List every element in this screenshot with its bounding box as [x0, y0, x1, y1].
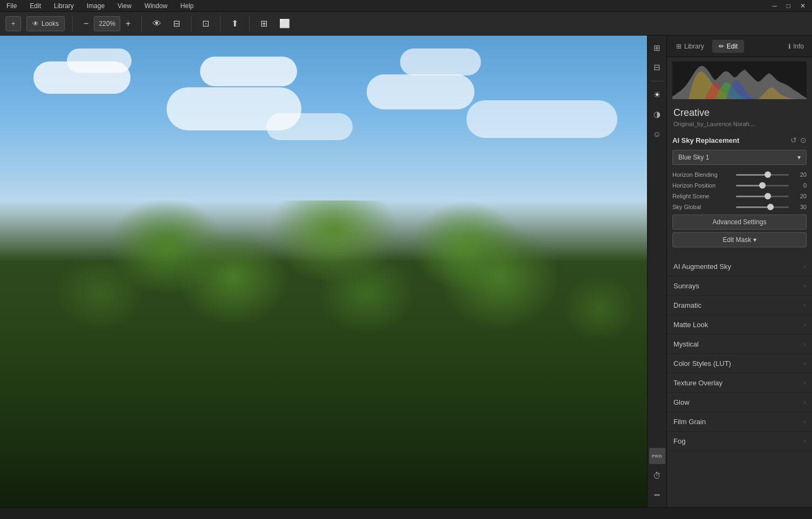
- sky-global-fill: [736, 206, 770, 208]
- toolbar: + 👁 Looks − 220% + 👁 ⊟ ⊡ ⬆ ⊞ ⬜: [0, 12, 812, 36]
- main-content: ⊞ ⊟ ☀ ◑ ☺ PRO ⏱ ••• ⊞ Library ✏ Edit ℹ I…: [0, 36, 812, 507]
- window-close[interactable]: ✕: [798, 1, 808, 11]
- menu-library[interactable]: Library: [52, 1, 76, 11]
- color-wheel-icon[interactable]: ◑: [649, 106, 665, 122]
- fog-arrow: ›: [804, 438, 806, 444]
- sun-icon[interactable]: ☀: [649, 87, 665, 103]
- horizon-blending-thumb[interactable]: [765, 171, 771, 178]
- canvas-area[interactable]: [0, 36, 666, 507]
- toolbar-separator-4: [220, 16, 221, 31]
- menu-image[interactable]: Image: [85, 1, 107, 11]
- relight-scene-fill: [736, 196, 768, 197]
- list-item-fog[interactable]: Fog ›: [667, 432, 812, 451]
- horizon-blending-label: Horizon Blending: [672, 171, 732, 178]
- toolbar-separator-5: [249, 16, 250, 31]
- looks-button[interactable]: 👁 Looks: [26, 16, 65, 31]
- histogram-display: [672, 61, 807, 99]
- more-options-icon[interactable]: •••: [649, 487, 665, 503]
- right-panel: ⊞ Library ✏ Edit ℹ Info: [666, 36, 812, 507]
- menu-view[interactable]: View: [115, 1, 134, 11]
- adjustments-icon[interactable]: ⊟: [649, 59, 665, 75]
- horizon-position-thumb[interactable]: [759, 182, 766, 189]
- horizon-position-slider[interactable]: [736, 185, 789, 186]
- horizon-position-value: 0: [793, 182, 807, 189]
- reset-icon[interactable]: ↺: [790, 136, 797, 144]
- fullscreen-button[interactable]: ⬜: [276, 16, 293, 31]
- compare-button[interactable]: ⊟: [170, 16, 183, 31]
- glow-label: Glow: [673, 398, 690, 406]
- zoom-control: − 220% +: [80, 16, 134, 31]
- ai-augmented-sky-arrow: ›: [804, 264, 806, 269]
- color-styles-label: Color Styles (LUT): [673, 359, 731, 368]
- window-minimize[interactable]: ─: [770, 1, 779, 11]
- horizon-position-row: Horizon Position 0: [672, 182, 807, 189]
- menu-edit[interactable]: Edit: [27, 1, 43, 11]
- relight-scene-slider[interactable]: [736, 196, 789, 197]
- toolbar-separator-3: [191, 16, 191, 31]
- menu-file[interactable]: File: [4, 1, 19, 11]
- list-item-ai-augmented-sky[interactable]: AI Augmented Sky ›: [667, 257, 812, 276]
- horizon-blending-row: Horizon Blending 20: [672, 171, 807, 178]
- pro-badge-icon: PRO: [649, 448, 665, 464]
- edit-label: Edit: [727, 43, 738, 50]
- sky-global-thumb[interactable]: [767, 204, 774, 210]
- menu-help[interactable]: Help: [178, 1, 196, 11]
- list-item-matte-look[interactable]: Matte Look ›: [667, 315, 812, 335]
- sky-dropdown[interactable]: Blue Sky 1 ▾: [672, 150, 807, 165]
- sky-dropdown-value: Blue Sky 1: [678, 154, 709, 161]
- panel-tabs: ⊞ Library ✏ Edit ℹ Info: [667, 36, 812, 57]
- list-item-color-styles[interactable]: Color Styles (LUT) ›: [667, 354, 812, 373]
- histogram-svg: [672, 61, 807, 99]
- tab-info[interactable]: ℹ Info: [783, 40, 809, 53]
- list-item-film-grain[interactable]: Film Grain ›: [667, 412, 812, 432]
- list-item-mystical[interactable]: Mystical ›: [667, 335, 812, 354]
- relight-scene-label: Relight Scene: [672, 193, 732, 199]
- sky-global-value: 30: [793, 204, 807, 210]
- zoom-out-button[interactable]: −: [80, 16, 92, 31]
- zoom-in-button[interactable]: +: [122, 16, 134, 31]
- list-item-sunrays[interactable]: Sunrays ›: [667, 276, 812, 296]
- horizon-blending-slider[interactable]: [736, 174, 789, 176]
- grid-button[interactable]: ⊞: [257, 16, 271, 31]
- mystical-arrow: ›: [804, 341, 806, 347]
- library-icon: ⊞: [676, 43, 682, 50]
- sky-global-label: Sky Global: [672, 204, 732, 210]
- list-item-texture-overlay[interactable]: Texture Overlay ›: [667, 373, 812, 393]
- cloud-6: [400, 49, 481, 75]
- photo-canvas: [0, 36, 666, 507]
- looks-icon: 👁: [32, 20, 39, 27]
- relight-scene-thumb[interactable]: [765, 193, 771, 199]
- clock-icon[interactable]: ⏱: [649, 467, 665, 483]
- mystical-label: Mystical: [673, 340, 699, 348]
- preview-button[interactable]: 👁: [149, 16, 164, 31]
- sky-global-slider[interactable]: [736, 206, 789, 208]
- section-title: Creative: [667, 102, 812, 120]
- cloud-4: [200, 57, 297, 86]
- edit-mask-button[interactable]: Edit Mask ▾: [672, 232, 807, 247]
- add-button[interactable]: +: [5, 16, 21, 31]
- layers-icon[interactable]: ⊞: [649, 40, 665, 56]
- tab-edit[interactable]: ✏ Edit: [712, 40, 745, 53]
- share-button[interactable]: ⬆: [228, 16, 242, 31]
- glow-arrow: ›: [804, 399, 806, 405]
- list-item-dramatic[interactable]: Dramatic ›: [667, 296, 812, 315]
- film-grain-arrow: ›: [804, 419, 806, 425]
- face-icon[interactable]: ☺: [649, 126, 665, 142]
- matte-look-label: Matte Look: [673, 321, 708, 329]
- visibility-icon[interactable]: ⊙: [800, 136, 807, 144]
- relight-scene-row: Relight Scene 20: [672, 193, 807, 199]
- plus-icon: +: [11, 20, 15, 27]
- sky-dropdown-arrow: ▾: [797, 154, 801, 161]
- ai-sky-title: AI Sky Replacement: [672, 136, 739, 144]
- window-maximize[interactable]: □: [785, 1, 793, 11]
- list-item-glow[interactable]: Glow ›: [667, 393, 812, 412]
- menu-window[interactable]: Window: [142, 1, 170, 11]
- horizon-blending-fill: [736, 174, 768, 176]
- crop-button[interactable]: ⊡: [199, 16, 212, 31]
- zoom-display[interactable]: 220%: [94, 16, 120, 31]
- edit-icon: ✏: [719, 43, 724, 50]
- advanced-settings-button[interactable]: Advanced Settings: [672, 214, 807, 230]
- tab-library[interactable]: ⊞ Library: [670, 40, 711, 53]
- color-styles-arrow: ›: [804, 361, 806, 366]
- info-icon: ℹ: [788, 43, 791, 50]
